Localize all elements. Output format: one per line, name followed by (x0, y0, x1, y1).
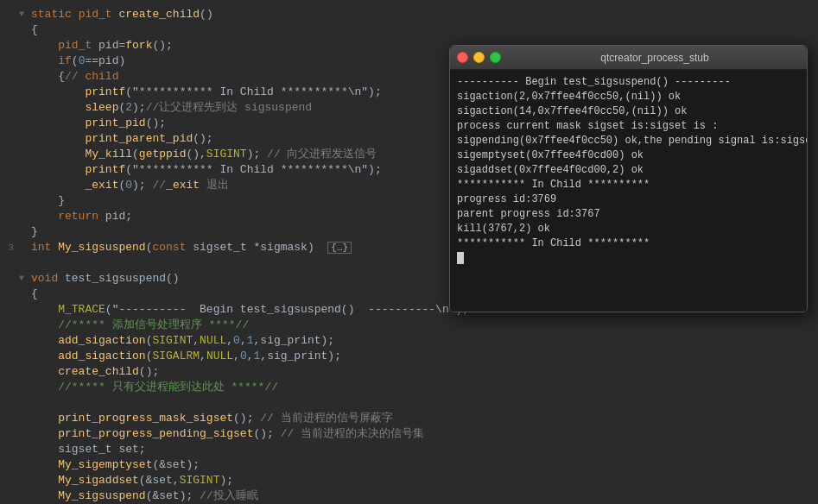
line-content: //***** 添加信号处理程序 ****// (31, 318, 811, 333)
terminal-window: qtcreator_process_stub ---------- Begin … (449, 45, 808, 312)
line-content: { (31, 22, 811, 38)
maximize-button[interactable] (490, 52, 501, 63)
code-line: //***** 添加信号处理程序 ****// (0, 318, 818, 333)
line-content: //***** 只有父进程能到达此处 *****// (31, 380, 811, 395)
code-line: add_sigaction(SIGINT,NULL,0,1,sig_print)… (0, 333, 818, 349)
close-button[interactable] (457, 52, 468, 63)
terminal-title: qtcreator_process_stub (510, 52, 800, 64)
terminal-line: ---------- Begin test_sigsuspend() -----… (457, 75, 800, 90)
terminal-line: sigaction(2,0x7ffee4f0cc50,(nil)) ok (457, 90, 800, 104)
code-line: My_sigaddset(&set,SIGINT); (0, 473, 818, 488)
line-content: create_child(); (31, 364, 811, 380)
terminal-line: parent progress id:3767 (457, 207, 800, 222)
terminal-buttons (457, 52, 501, 63)
line-content: print_progress_pending_sigset(); // 当前进程… (31, 426, 811, 442)
code-line: print_progress_mask_sigset(); // 当前进程的信号… (0, 411, 818, 426)
code-line: My_sigemptyset(&set); (0, 457, 818, 473)
terminal-line: *********** In Child ********** (457, 178, 800, 192)
line-content: My_sigsuspend(&set); //投入睡眠 (31, 488, 811, 504)
fold-arrow[interactable]: ▼ (19, 271, 31, 287)
terminal-line: process current mask sigset is:sigset is… (457, 119, 800, 134)
terminal-line (457, 251, 800, 266)
cursor (457, 252, 464, 264)
terminal-line: sigpending(0x7ffee4f0cc50) ok,the pendin… (457, 134, 800, 148)
code-line: My_sigsuspend(&set); //投入睡眠 (0, 488, 818, 504)
terminal-line: sigaddset(0x7ffee4f0cd00,2) ok (457, 163, 800, 178)
code-line: create_child(); (0, 364, 818, 380)
code-line: print_progress_pending_sigset(); // 当前进程… (0, 426, 818, 442)
terminal-line: *********** In Child ********** (457, 236, 800, 251)
terminal-line: progress id:3769 (457, 192, 800, 207)
line-content: My_sigemptyset(&set); (31, 457, 811, 473)
line-content: sigset_t set; (31, 442, 811, 457)
code-line: add_sigaction(SIGALRM,NULL,0,1,sig_print… (0, 349, 818, 364)
minimize-button[interactable] (473, 52, 485, 63)
line-content: add_sigaction(SIGINT,NULL,0,1,sig_print)… (31, 333, 811, 349)
terminal-titlebar: qtcreator_process_stub (450, 46, 807, 70)
line-content: add_sigaction(SIGALRM,NULL,0,1,sig_print… (31, 349, 811, 364)
code-line: { (0, 22, 818, 38)
fold-arrow[interactable]: ▼ (19, 7, 31, 22)
terminal-body: ---------- Begin test_sigsuspend() -----… (450, 70, 807, 312)
code-line: ▼static pid_t create_child() (0, 7, 818, 22)
code-line (0, 395, 818, 411)
code-line: sigset_t set; (0, 442, 818, 457)
line-content: My_sigaddset(&set,SIGINT); (31, 473, 811, 488)
code-line: //***** 只有父进程能到达此处 *****// (0, 380, 818, 395)
line-number: 3 (0, 240, 19, 255)
line-content: static pid_t create_child() (31, 7, 811, 22)
terminal-line: sigaction(14,0x7ffee4f0cc50,(nil)) ok (457, 104, 800, 119)
terminal-line: sigemptyset(0x7ffee4f0cd00) ok (457, 148, 800, 163)
terminal-line: kill(3767,2) ok (457, 222, 800, 236)
line-content: print_progress_mask_sigset(); // 当前进程的信号… (31, 411, 811, 426)
